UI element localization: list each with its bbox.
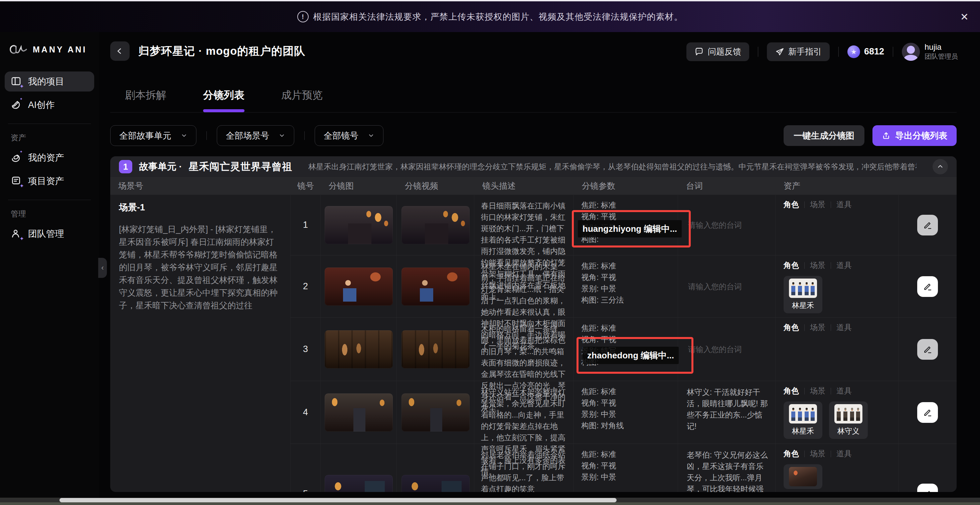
shot-description[interactable]: 林守义站在木架旁整理灯笼骨架，余光瞥见星禾盯着暗格的...向走神，手里的灯笼骨架… — [474, 381, 574, 443]
dialogue-text: 老琴伯: 守义兄何必这么凶，星禾这孩子有音乐天分，上次我听...弹月琴，可比我年… — [678, 444, 775, 492]
brand-logo-icon — [10, 43, 28, 56]
character-card[interactable]: 林守义 — [829, 402, 868, 439]
dialogue-cell[interactable]: 老琴伯: 守义兄何必这么凶，星禾这孩子有音乐天分，上次我听...弹月琴，可比我年… — [678, 443, 776, 492]
shot-description[interactable]: 木柜的暗格留着一条缝隙，里面放着那把深棕色的旧月琴，梨...的共鸣箱表面有细微的… — [474, 317, 574, 381]
sidebar-item-project-assets[interactable]: ✦ 项目资产 — [5, 171, 94, 191]
storyboard-thumbnail[interactable] — [325, 394, 393, 432]
video-thumbnail[interactable] — [401, 475, 469, 492]
shot-params-cell[interactable]: 焦距: 标准 视角: 平视 景别: 特写 构图: zhaohedong 编辑中.… — [574, 317, 678, 381]
shot-filter[interactable]: 全部镜号 — [315, 125, 383, 146]
shot-video-cell[interactable] — [397, 381, 474, 443]
sidebar-section-manage: 管理 — [11, 209, 99, 219]
storyboard-thumbnail[interactable] — [325, 330, 393, 368]
pencil-icon — [923, 220, 932, 230]
shot-list-panel: 1 故事单元 · 星禾闯亡灵世界寻曾祖 林星禾出身江南灯笼世家，林家因祖辈林怀瑾… — [110, 156, 957, 492]
export-shot-list-button[interactable]: 导出分镜列表 — [872, 125, 957, 146]
shot-description[interactable]: 林星禾坐在铺内的木桌前，手指捏着画笔正在给灯笼骨架糊红...纸，指尖沾了一点乳白… — [474, 255, 574, 317]
back-button[interactable] — [110, 41, 130, 61]
shot-video-cell[interactable] — [397, 194, 474, 255]
character-card[interactable]: 林星禾 — [784, 402, 822, 439]
sidebar-item-ai-create[interactable]: ✦ AI创作 — [5, 95, 94, 115]
asset-tab-prop[interactable]: 道具 — [836, 449, 852, 459]
edit-shot-button[interactable] — [917, 402, 938, 423]
asset-tab-scene[interactable]: 场景 — [810, 386, 825, 396]
storyboard-image-cell[interactable] — [321, 317, 397, 381]
scene-description: [林家灯笼铺_日_内外景] - [林家灯笼铺里，星禾因音乐被呵斥] 春日江南烟雨… — [119, 223, 282, 311]
shot-description[interactable]: 春日细雨飘落在江南小镇街口的林家灯笼铺，朱红斑驳的木门...开，门檐下挂着的各式… — [474, 194, 574, 255]
asset-tab-prop[interactable]: 道具 — [836, 260, 852, 270]
edit-shot-button[interactable] — [917, 339, 938, 360]
edit-shot-button[interactable] — [917, 276, 938, 297]
edit-shot-button[interactable] — [917, 484, 938, 492]
dialogue-cell[interactable]: 请输入您的台词 — [678, 194, 776, 255]
storyboard-thumbnail[interactable] — [325, 206, 393, 244]
collapse-unit-button[interactable] — [932, 159, 948, 174]
video-thumbnail[interactable] — [401, 268, 469, 306]
shot-description[interactable]: 邻居老琴伯举着油纸伞站在铺子门口，刚才的呵斥声他都听见...了，脸上带着点打趣的… — [474, 443, 574, 492]
sidebar-collapse-handle[interactable]: ‹ — [98, 258, 107, 278]
legal-warning-banner: ! 根据国家相关法律法规要求，严禁上传未获授权的图片、视频及其他受法律法规保护的… — [0, 2, 980, 32]
dialogue-cell[interactable]: 林守义: 干活就好好干活，眼睛往哪儿飘呢! 那些不务正业的东...少惦记! — [678, 381, 776, 443]
asset-tab-prop[interactable]: 道具 — [836, 322, 852, 333]
video-thumbnail[interactable] — [401, 330, 469, 368]
storyboard-image-cell[interactable] — [321, 255, 397, 317]
row-actions-cell — [899, 255, 957, 317]
asset-tab-character[interactable]: 角色 — [784, 260, 799, 270]
col-header-scene: 场景号 — [110, 177, 291, 194]
storyboard-image-cell[interactable] — [321, 194, 397, 255]
shot-params-cell[interactable]: 焦距: 标准 视角: 平视 景别: 远景 构图: huangzhiyong 编辑… — [574, 194, 678, 255]
asset-tab-scene[interactable]: 场景 — [810, 260, 825, 270]
shot-video-cell[interactable] — [397, 443, 474, 492]
assets-cell: 角色 场景 道具 — [776, 194, 899, 255]
shot-video-cell[interactable] — [397, 317, 474, 381]
story-unit-filter[interactable]: 全部故事单元 — [110, 125, 196, 146]
credits-display[interactable]: ★ 6812 — [847, 45, 884, 58]
shot-params-cell[interactable]: 焦距: 标准 视角: 平视 景别: 中景 — [574, 443, 678, 492]
avatar — [902, 43, 920, 61]
beginner-guide-button[interactable]: 新手指引 — [767, 43, 830, 61]
scene-cell[interactable]: 场景-1 [林家灯笼铺_日_内外景] - [林家灯笼铺里，星禾因音乐被呵斥] 春… — [110, 194, 291, 492]
shot-params-cell[interactable]: 焦距: 标准 视角: 平视 景别: 中景 构图: 三分法 — [574, 255, 678, 317]
generate-storyboard-button[interactable]: 一键生成分镜图 — [784, 125, 864, 146]
asset-tab-scene[interactable]: 场景 — [810, 449, 825, 459]
asset-tab-character[interactable]: 角色 — [784, 449, 799, 459]
unit-title: 星禾闯亡灵世界寻曾祖 — [189, 160, 292, 174]
asset-tab-scene[interactable]: 场景 — [810, 199, 825, 210]
shot-video-cell[interactable] — [397, 255, 474, 317]
close-icon[interactable]: ✕ — [960, 11, 969, 23]
sidebar-item-label: 团队管理 — [28, 228, 64, 240]
brand-logo[interactable]: MANY ANI — [10, 43, 99, 56]
asset-tab-character[interactable]: 角色 — [784, 199, 799, 210]
sidebar-divider — [8, 124, 91, 124]
character-card[interactable]: 林星禾 — [784, 276, 822, 313]
tab-film-preview[interactable]: 成片预览 — [281, 88, 323, 112]
storyboard-thumbnail[interactable] — [325, 475, 393, 492]
dialogue-cell[interactable]: 请输入您的台词 — [678, 255, 776, 317]
shot-params-cell[interactable]: 焦距: 标准 视角: 平视 景别: 中景 构图: 对角线 — [574, 381, 678, 443]
asset-tab-character[interactable]: 角色 — [784, 322, 799, 333]
credits-value: 6812 — [864, 46, 884, 57]
user-menu[interactable]: hujia 团队管理员 — [902, 42, 958, 61]
asset-tab-scene[interactable]: 场景 — [810, 322, 825, 333]
assets-cell: 角色 场景 道具 — [776, 317, 899, 381]
character-card[interactable] — [784, 464, 822, 489]
video-thumbnail[interactable] — [401, 394, 469, 432]
sidebar-item-my-projects[interactable]: ✦ 我的项目 — [5, 71, 94, 92]
tab-shot-list[interactable]: 分镜列表 — [203, 88, 245, 112]
storyboard-image-cell[interactable] — [321, 443, 397, 492]
sidebar-item-my-assets[interactable]: ✦ 我的资产 — [5, 148, 94, 168]
scene-filter[interactable]: 全部场景号 — [217, 125, 294, 146]
video-thumbnail[interactable] — [401, 206, 469, 244]
dialogue-cell[interactable]: 请输入您的台词 — [678, 317, 776, 381]
asset-tab-character[interactable]: 角色 — [784, 386, 799, 396]
sidebar-item-team-manage[interactable]: ✦ 团队管理 — [5, 224, 94, 244]
horizontal-scrollbar-thumb[interactable] — [59, 498, 617, 502]
asset-tab-prop[interactable]: 道具 — [836, 199, 852, 210]
asset-tab-prop[interactable]: 道具 — [836, 386, 852, 396]
storyboard-image-cell[interactable] — [321, 381, 397, 443]
edit-shot-button[interactable] — [917, 215, 938, 235]
feedback-button[interactable]: 问题反馈 — [686, 43, 749, 61]
tab-script-breakdown[interactable]: 剧本拆解 — [125, 88, 166, 112]
storyboard-thumbnail[interactable] — [325, 268, 393, 306]
coin-icon: ★ — [847, 45, 860, 58]
